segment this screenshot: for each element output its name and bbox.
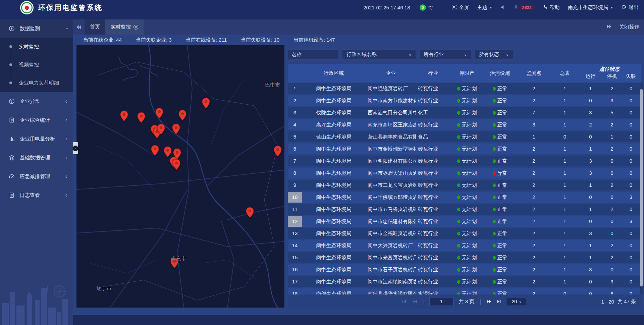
sidebar-item-数据监测[interactable]: 数据监测‹ — [0, 19, 73, 38]
region-filter-select[interactable]: 行政区域名称 ∨ — [342, 49, 416, 60]
row-index: 2 — [288, 95, 302, 106]
cell-stopped: 6 — [603, 288, 621, 294]
cell-company: 阆中市石子页岩机砖厂 — [366, 264, 416, 275]
first-page-button[interactable] — [402, 300, 407, 304]
map-pin-icon[interactable] — [137, 112, 146, 123]
table-row[interactable]: 8阆中生态环境局阆中市枣碧大梁山页岩砖瓦行业无计划异常21300 — [288, 168, 641, 178]
cell-limit: 无计划 — [450, 264, 484, 275]
notification-count-badge: 2632 — [519, 5, 535, 10]
theme-dropdown[interactable]: 主题▼ — [477, 4, 492, 11]
table-row[interactable]: 9阆中生态环境局阆中市二龙长宝页岩砖砖瓦行业无计划正常21120 — [288, 180, 641, 191]
cell-treatment: 正常 — [484, 276, 516, 287]
next-page-button[interactable] — [487, 300, 492, 304]
map-collapse-handle[interactable]: ‹ — [73, 142, 78, 154]
sidebar-item-企业用电量分析[interactable]: 企业用电量分析‹ — [0, 129, 73, 148]
cell-company: 营山县润丰肉食品有限 — [366, 131, 416, 142]
name-filter-input[interactable] — [288, 49, 339, 60]
page-number-input[interactable] — [429, 297, 453, 306]
bottom-strip — [73, 315, 644, 325]
prev-page-button[interactable] — [412, 300, 417, 304]
map-pin-icon[interactable] — [172, 159, 181, 170]
map-panel[interactable]: 巴中市南充市遂宁市 ‹ — [76, 45, 284, 308]
cell-meters: 1 — [551, 252, 578, 263]
sidebar-item-企业异常[interactable]: 企业异常‹ — [0, 92, 73, 111]
sidebar-item-企业综合统计[interactable]: 企业综合统计‹ — [0, 111, 73, 129]
cell-treatment: 异常 — [484, 168, 516, 178]
status-dot-green — [493, 268, 496, 272]
chevron-down-icon: ▼ — [489, 6, 492, 9]
table-row[interactable]: 2阆中生态环境局阆中市南方节能建材有砖瓦行业无计划正常21030 — [288, 95, 641, 106]
map-pin-icon[interactable] — [164, 146, 172, 157]
page-size-select[interactable]: 20 ∨ — [507, 297, 526, 306]
status-filter-select[interactable]: 所有状态 ∨ — [475, 49, 513, 60]
industry-filter-select[interactable]: 所有行业 ∨ — [419, 49, 471, 60]
sidebar-item-基础数据管理[interactable]: 基础数据管理‹ — [0, 148, 73, 167]
cell-monitor-points: 2 — [516, 204, 551, 215]
cell-stopped: 0 — [603, 168, 621, 178]
table-row[interactable]: 11阆中生态环境局阆中市五马桥页岩机砖砖瓦行业无计划正常21120 — [288, 204, 641, 215]
sidebar-item-label: 数据监测 — [20, 25, 65, 32]
close-tab-icon[interactable]: ✕ — [133, 25, 138, 30]
sidebar-subitem-企业电力负荷明细[interactable]: 企业电力负荷明细 — [0, 74, 73, 92]
table-row[interactable]: 17阆中生态环境局阆中市江南镇阆南页岩砖瓦行业无计划正常21030 — [288, 276, 641, 287]
row-index: 13 — [288, 228, 302, 239]
status-dot-green — [457, 99, 460, 103]
tab-bar: 首页 实时监控 ✕ 关闭操作 — [73, 19, 644, 35]
cell-running: 0 — [578, 276, 603, 287]
table-row[interactable]: 16阆中生态环境局阆中市石子页岩机砖厂砖瓦行业无计划正常21300 — [288, 264, 641, 275]
cell-monitor-points: 2 — [516, 168, 551, 178]
map-pin-icon[interactable] — [178, 110, 187, 121]
bell-icon — [514, 4, 519, 11]
notifications[interactable]: 2632 — [514, 4, 535, 11]
map-pin-icon[interactable] — [172, 123, 180, 134]
map-pin-icon[interactable] — [155, 108, 164, 119]
table-row[interactable]: 12阆中生态环境局阆中市忠信建材有限公砖瓦行业无计划正常21003 — [288, 216, 641, 227]
sidebar-item-日志查看[interactable]: 日志查看‹ — [0, 186, 73, 205]
cell-industry: 砖瓦行业 — [416, 204, 450, 215]
table-row[interactable]: 14阆中生态环境局阆中大兴页岩机砖厂砖瓦行业无计划正常21120 — [288, 240, 641, 251]
table-row[interactable]: 7阆中生态环境局阆中明阳建材有限公司砖瓦行业无计划正常21300 — [288, 156, 641, 166]
fullscreen-button[interactable]: 全屏 — [451, 4, 469, 11]
close-operations-dropdown[interactable]: 关闭操作 — [619, 24, 639, 30]
map-pin-icon[interactable] — [274, 146, 282, 157]
logout-button[interactable]: 退出 — [622, 4, 639, 11]
table-row[interactable]: 4高坪生态环境局南充市高坪区王家店建砖瓦行业无计划正常31220 — [288, 119, 641, 130]
last-page-button[interactable] — [497, 300, 501, 304]
mute-button[interactable] — [500, 5, 505, 11]
cell-company: 阆中明阳建材有限公司 — [366, 156, 416, 166]
table-scrollbar[interactable] — [640, 83, 643, 294]
tabs-scroll-right-button[interactable] — [606, 24, 612, 30]
cell-running: 3 — [578, 228, 603, 239]
tab-realtime-monitoring[interactable]: 实时监控 ✕ — [105, 19, 144, 35]
status-dot-green — [457, 268, 460, 272]
help-button[interactable]: 帮助 — [543, 4, 560, 11]
map-pin-icon[interactable] — [151, 145, 159, 156]
table-row[interactable]: 3仪陇生态环境局西南油气田分公司川中化工无计划正常71350 — [288, 107, 641, 118]
table-row[interactable]: 1阆中生态环境局阆中强锐页岩砖厂砖瓦行业无计划正常21120 — [288, 83, 641, 94]
sidebar-submenu: 实时监控视频监控企业电力负荷明细 — [0, 38, 73, 92]
table-row[interactable]: 10阆中生态环境局阆中千佛镇五郎垭页岩砖瓦行业无计划正常21003 — [288, 192, 641, 203]
map-pin-icon[interactable] — [202, 98, 210, 109]
map-pin-icon[interactable] — [120, 110, 128, 121]
cell-region: 阆中生态环境局 — [302, 144, 366, 154]
cell-company: 阆中大兴页岩机砖厂 — [366, 240, 416, 251]
table-row[interactable]: 18南部生态环境局南部县强华水泥有限公水泥行业无计划正常20060 — [288, 288, 641, 294]
table-row[interactable]: 5营山生态环境局营山县润丰肉食品有限食品无计划正常10010 — [288, 131, 641, 142]
status-dot-green — [457, 220, 460, 223]
sidebar-subitem-实时监控[interactable]: 实时监控 — [0, 38, 73, 56]
map-pin-icon[interactable] — [246, 207, 254, 218]
skyline-decoration — [0, 268, 73, 325]
table-row[interactable]: 15阆中生态环境局阆中市光富页岩机砖厂砖瓦行业无计划正常21120 — [288, 252, 641, 263]
table-row[interactable]: 6阆中生态环境局阆中市金博瑞新型墙材砖瓦行业无计划正常21120 — [288, 144, 641, 154]
sidebar-item-应急减排管理[interactable]: 应急减排管理‹ — [0, 167, 73, 186]
tab-home[interactable]: 首页 — [85, 19, 105, 35]
org-dropdown[interactable]: 南充市生态环境局▼ — [568, 4, 613, 11]
sidebar-subitem-视频监控[interactable]: 视频监控 — [0, 56, 73, 74]
table-row[interactable]: 13阆中生态环境局阆中市金福旺页岩机砖砖瓦行业无计划正常21300 — [288, 228, 641, 239]
cell-company: 阆中市金博瑞新型墙材 — [366, 144, 416, 154]
cell-limit: 无计划 — [450, 83, 484, 94]
tabs-scroll-left-button[interactable] — [73, 19, 85, 35]
map-pin-icon[interactable] — [157, 124, 165, 135]
cell-limit: 无计划 — [450, 252, 484, 263]
chevron-left-icon: ‹ — [65, 193, 67, 198]
